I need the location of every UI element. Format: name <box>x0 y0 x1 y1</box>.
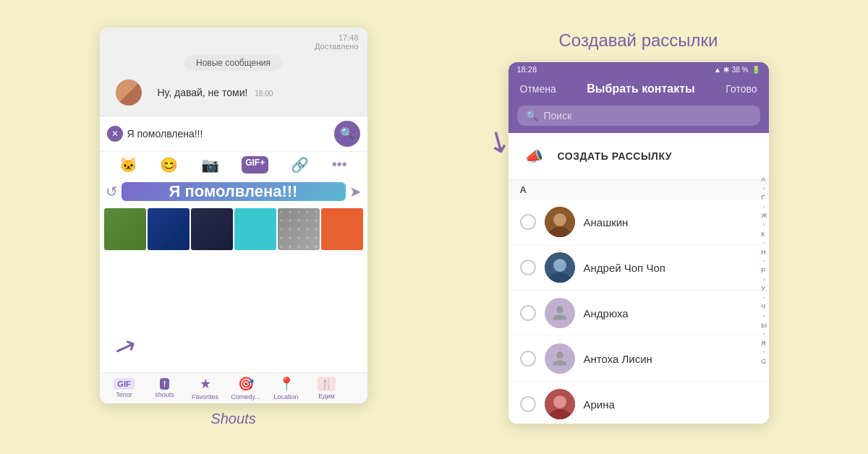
alpha-r[interactable]: Р <box>761 266 767 275</box>
sticker-preview-container: Я помолвлена!!! ↺ ➤ <box>100 178 367 205</box>
done-button[interactable]: Готово <box>726 83 757 95</box>
comedy-icon: 🎯 <box>238 376 254 392</box>
sticker-prev-icon[interactable]: ↺ <box>106 183 118 200</box>
sticker-thumb-4[interactable] <box>234 208 276 250</box>
gif-plus-button[interactable]: GIF+ <box>242 156 268 174</box>
chat-time: 17:48 <box>339 33 359 42</box>
sticker-main[interactable]: Я помолвлена!!! ↺ ➤ <box>122 182 346 201</box>
sender-avatar <box>116 80 142 106</box>
sticker-tabs: GIF Tenor ! shouts ★ Favorites 🎯 Comedy.… <box>100 372 367 403</box>
sticker-thumb-3[interactable] <box>191 208 233 250</box>
alpha-y[interactable]: Ы <box>761 321 767 330</box>
avatar-arina <box>545 389 575 419</box>
contact-name-andryukha: Андрюха <box>584 307 757 320</box>
contact-name-andrey: Андрей Чоп Чоп <box>584 262 757 274</box>
avatar-antoha <box>545 343 575 374</box>
broadcast-label: СОЗДАТЬ РАССЫЛКУ <box>558 150 673 162</box>
alpha-gc[interactable]: G <box>761 357 767 367</box>
time-delivered: 17:48 Доставлено <box>109 33 359 51</box>
delivered-label: Доставлено <box>315 42 359 51</box>
new-messages-badge: Новые сообщения <box>109 55 359 71</box>
alpha-dot-3: • <box>761 220 767 230</box>
nav-bar: Отмена Выбрать контакты Готово <box>509 77 769 101</box>
alpha-ch[interactable]: Ч <box>761 302 767 312</box>
alpha-u[interactable]: У <box>761 284 767 294</box>
alpha-zh[interactable]: Ж <box>761 211 767 220</box>
checkbox-anashkin[interactable] <box>520 214 536 230</box>
tenor-label: Tenor <box>116 391 132 398</box>
sticker-thumb-6[interactable] <box>321 208 363 250</box>
checkbox-andrey[interactable] <box>520 260 536 275</box>
sticker-next-icon[interactable]: ➤ <box>349 183 362 200</box>
sticker-thumb-5[interactable] <box>278 208 320 250</box>
alpha-dot-6: • <box>761 275 767 285</box>
sticker-thumb-1[interactable] <box>104 208 146 250</box>
contact-row-anashkin[interactable]: Анашкин <box>509 200 769 245</box>
search-bar: 🔍 Поиск <box>509 101 769 133</box>
alpha-dot-8: • <box>761 312 767 321</box>
incoming-bubble: Ну, давай, не томи! 18:00 <box>148 81 284 104</box>
contact-row-andryukha[interactable]: Андрюха <box>509 291 769 336</box>
sticker-thumb-2[interactable] <box>148 208 190 250</box>
input-area[interactable]: ✕ Я помолвлена!!! 🔍 <box>100 116 367 151</box>
shouts-label: Shouts <box>210 411 255 427</box>
shouts-tab-label: shouts <box>155 391 174 398</box>
emoji-more-icon[interactable]: ••• <box>332 156 347 174</box>
alpha-a[interactable]: А <box>761 175 767 184</box>
comedy-label: Comedy... <box>231 393 260 401</box>
left-section: 17:48 Доставлено Новые сообщения Ну, дав… <box>100 27 367 427</box>
alpha-dot-1: • <box>761 184 767 194</box>
favorites-star-icon: ★ <box>200 376 211 392</box>
nav-title: Выбрать контакты <box>587 82 694 95</box>
emoji-link-icon[interactable]: 🔗 <box>291 156 309 174</box>
sticker-thumbnails <box>100 208 367 372</box>
alpha-dot-4: • <box>761 239 767 248</box>
avatar-face <box>116 80 142 106</box>
input-text[interactable]: Я помолвлена!!! <box>127 128 330 140</box>
checkbox-arina[interactable] <box>520 396 536 412</box>
emoji-cat-icon[interactable]: 🐱 <box>119 156 137 174</box>
right-section: Создавай рассылки ↘ 18:28 ▲ ✱ 38 % 🔋 Отм… <box>509 30 769 424</box>
broadcast-row[interactable]: 📣 СОЗДАТЬ РАССЫЛКУ <box>509 133 769 180</box>
search-input-box[interactable]: 🔍 Поиск <box>517 106 760 126</box>
alpha-dot-7: • <box>761 294 767 303</box>
contact-name-antoha: Антоха Лисин <box>584 353 757 365</box>
status-icons: ▲ ✱ 38 % 🔋 <box>714 66 760 74</box>
battery-icon: 🔋 <box>752 66 760 74</box>
incoming-time: 18:00 <box>255 90 273 98</box>
edim-icon: 🍴 <box>318 377 336 391</box>
contact-row-andrey[interactable]: Андрей Чоп Чоп <box>509 245 769 291</box>
emoji-smile-icon[interactable]: 😊 <box>160 156 178 174</box>
search-button[interactable]: 🔍 <box>334 121 360 147</box>
sticker-tab-favorites[interactable]: ★ Favorites <box>187 376 224 401</box>
battery-label: 38 % <box>732 66 749 74</box>
cancel-button[interactable]: Отмена <box>520 83 556 95</box>
alpha-k[interactable]: К <box>761 230 767 239</box>
incoming-text: Ну, давай, не томи! <box>158 87 248 98</box>
right-heading: Создавай рассылки <box>559 30 718 51</box>
alpha-g[interactable]: Г <box>761 193 767 202</box>
new-messages-btn[interactable]: Новые сообщения <box>184 55 282 71</box>
clear-icon[interactable]: ✕ <box>107 126 123 142</box>
emoji-camera-icon[interactable]: 📷 <box>201 156 219 174</box>
sticker-tab-edim[interactable]: 🍴 Едим <box>308 377 346 400</box>
contact-name-arina: Арина <box>584 398 757 411</box>
alpha-ya[interactable]: Я <box>761 339 767 348</box>
sticker-tab-shouts[interactable]: ! shouts <box>146 378 184 398</box>
contact-row-antoha[interactable]: Антоха Лисин <box>509 336 769 382</box>
checkbox-andryukha[interactable] <box>520 305 536 321</box>
sticker-tab-comedy[interactable]: 🎯 Comedy... <box>227 376 265 401</box>
alphabet-index: А • Г • Ж • К • Н • Р • У • Ч • Ы • Я • <box>761 175 767 366</box>
sticker-tab-location[interactable]: 📍 Location <box>268 376 305 401</box>
alpha-n[interactable]: Н <box>761 248 767 257</box>
alpha-dot-10: • <box>761 348 767 357</box>
avatar-andrey <box>545 252 575 283</box>
incoming-message-row: Ну, давай, не томи! 18:00 <box>109 75 359 110</box>
contact-row-arina[interactable]: Арина <box>509 382 769 424</box>
status-bar: 18:28 ▲ ✱ 38 % 🔋 <box>509 62 769 77</box>
sticker-tab-tenor[interactable]: GIF Tenor <box>106 378 143 398</box>
main-container: 17:48 Доставлено Новые сообщения Ну, дав… <box>0 0 868 454</box>
checkbox-antoha[interactable] <box>520 351 536 367</box>
signal-icon: ▲ ✱ <box>714 66 729 74</box>
search-icon: 🔍 <box>526 110 538 121</box>
